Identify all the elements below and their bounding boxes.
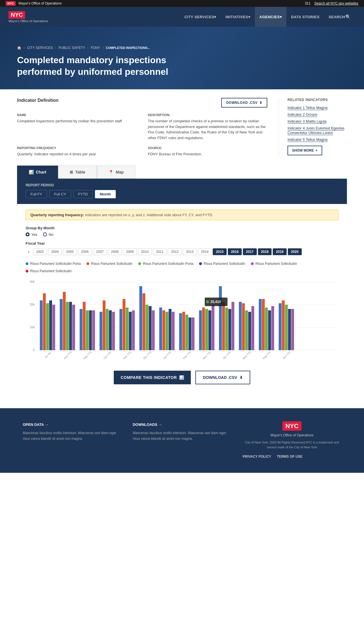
nav-link-data-stories-label: DATA STORIES xyxy=(291,15,319,19)
footer-downloads-label: DOWNLOADS → xyxy=(133,422,162,427)
svg-text:Jul YB: Jul YB xyxy=(44,352,51,359)
fy-2013[interactable]: 2013 xyxy=(183,248,197,255)
svg-rect-39 xyxy=(142,293,145,350)
download-csv-chart-button[interactable]: DOWNLOAD .CSV ⬇ xyxy=(195,371,250,384)
hero: 🏠 › CITY SERVICES › PUBLIC SAFETY › FDNY… xyxy=(0,27,364,89)
svg-rect-56 xyxy=(199,310,202,350)
svg-rect-74 xyxy=(259,299,262,350)
svg-rect-14 xyxy=(60,299,63,350)
tab-table[interactable]: ⊞ Table xyxy=(58,166,97,179)
svg-text:Apr YTD: Apr YTD xyxy=(222,350,231,360)
fy-2010[interactable]: 2010 xyxy=(138,248,152,255)
fy-years: 2003 2004 2005 2006 2007 2008 2009 2010 … xyxy=(33,248,302,255)
topbar-search-all[interactable]: Search all NYC.gov websites xyxy=(314,1,358,5)
fy-2008[interactable]: 2008 xyxy=(108,248,122,255)
fy-2020[interactable]: 2020 xyxy=(288,248,302,255)
nav-link-city-services[interactable]: CITY SERVICES ▾ xyxy=(180,7,221,27)
related-indicators: RELATED INDICATORS Indicator 1 Tellus Ma… xyxy=(279,98,347,157)
breadcrumb-city-services[interactable]: CITY SERVICES xyxy=(27,46,53,50)
svg-rect-70 xyxy=(245,310,248,350)
fy-2015[interactable]: 2015 xyxy=(213,248,227,255)
breadcrumb-public-safety[interactable]: PUBLIC SAFETY xyxy=(59,46,85,50)
legend-dot-2 xyxy=(86,262,89,265)
notice-text: indicators are reported on x, y, and z. … xyxy=(85,213,213,217)
period-btn-month[interactable]: Month xyxy=(95,190,116,198)
download-csv-header-button[interactable]: DOWNLOAD .CSV ⬇ xyxy=(221,98,267,108)
tab-map[interactable]: 📍 Map xyxy=(97,166,135,179)
show-more-button[interactable]: SHOW MORE + xyxy=(288,146,322,155)
fy-2006[interactable]: 2006 xyxy=(78,248,92,255)
topbar-hotline: 311 xyxy=(305,1,311,5)
nav-link-search[interactable]: SEARCH 🔍 xyxy=(324,7,355,27)
related-link-4[interactable]: Indicator 4 Justo Euismod Egestas Consec… xyxy=(288,126,344,135)
svg-rect-71 xyxy=(248,312,251,350)
fy-2011[interactable]: 2011 xyxy=(153,248,167,255)
breadcrumb-fdny[interactable]: FDNY xyxy=(91,46,100,50)
related-link-1[interactable]: Indicator 1 Tellus Magna xyxy=(288,106,328,110)
footer-privacy-link[interactable]: PRIVACY POLICY xyxy=(243,455,271,459)
radio-yes[interactable]: Yes xyxy=(26,232,37,237)
footer-terms-link[interactable]: TERMS OF USE xyxy=(277,455,303,459)
period-btn-full-cy[interactable]: Full CY xyxy=(49,190,71,198)
svg-rect-46 xyxy=(166,312,168,350)
svg-rect-48 xyxy=(172,312,175,350)
breadcrumb-current: COMPLETED INSPECTIONS... xyxy=(106,46,150,49)
field-source: SOURCE: FDNY Bureau of Fire Prevention. xyxy=(148,146,267,157)
fy-2014[interactable]: 2014 xyxy=(198,248,212,255)
breadcrumb-home-icon[interactable]: 🏠 xyxy=(17,46,21,50)
fy-prev-arrow[interactable]: ‹ xyxy=(26,248,32,256)
fy-2004[interactable]: 2004 xyxy=(48,248,62,255)
tab-chart[interactable]: 📊 Chart xyxy=(17,166,58,179)
fy-2009[interactable]: 2009 xyxy=(123,248,137,255)
nav-search-icon: 🔍 xyxy=(345,14,351,20)
related-item-1: Indicator 1 Tellus Magna xyxy=(288,105,347,110)
footer-open-data-title[interactable]: OPEN DATA → xyxy=(23,422,121,427)
nav-link-data-stories[interactable]: DATA STORIES xyxy=(286,7,324,27)
indicator-section: Indicator Definition DOWNLOAD .CSV ⬇ NAM… xyxy=(17,98,347,157)
top-bar: NYC Mayor's Office of Operations 311 Sea… xyxy=(0,0,364,7)
legend-item-6: Risus Parturient Sollicitudin xyxy=(26,269,72,273)
period-btn-full-fy[interactable]: Full FY xyxy=(26,190,47,198)
compare-indicator-button[interactable]: COMPARE THIS INDICATOR 📊 xyxy=(114,371,191,384)
fy-2019[interactable]: 2019 xyxy=(273,248,287,255)
related-link-5[interactable]: Indicator 5 Tellus Magna xyxy=(288,137,328,142)
chart-panel: Report Period Full FY Full CY FYTD Month xyxy=(17,179,347,204)
tab-chart-label: Chart xyxy=(36,170,46,174)
related-title: RELATED INDICATORS xyxy=(288,98,347,102)
field-description: DESCRIPTION: The number of completed che… xyxy=(148,113,267,141)
footer-downloads-title[interactable]: DOWNLOADS → xyxy=(133,422,231,427)
radio-no[interactable]: No xyxy=(43,232,53,237)
related-item-5: Indicator 5 Tellus Magna xyxy=(288,137,347,142)
footer-logo-section: NYC Mayor's Office of Operations City of… xyxy=(243,422,341,459)
fy-2018[interactable]: 2018 xyxy=(258,248,272,255)
breadcrumb-sep-1: › xyxy=(24,46,25,50)
field-desc-value: The number of completed checks of a prem… xyxy=(148,118,267,141)
related-link-3[interactable]: Indicator 3 Mattis Ligula xyxy=(288,119,326,124)
svg-rect-69 xyxy=(242,303,245,350)
svg-rect-10 xyxy=(46,303,49,350)
nav-link-agencies-arrow: ▾ xyxy=(280,15,282,19)
svg-rect-42 xyxy=(152,310,155,350)
download-csv-header-label: DOWNLOAD .CSV xyxy=(226,101,258,105)
svg-rect-54 xyxy=(192,317,195,350)
related-item-2: Indicator 2 Ornare xyxy=(288,112,347,117)
legend-dot-3 xyxy=(138,262,141,265)
svg-rect-66 xyxy=(231,302,234,350)
fy-2017[interactable]: 2017 xyxy=(243,248,257,255)
fy-2005[interactable]: 2005 xyxy=(63,248,77,255)
nav-link-initiatives[interactable]: INITIATIVES ▾ xyxy=(221,7,255,27)
nav-logo: NYC Mayor's Office of Operations xyxy=(9,11,48,23)
fy-2012[interactable]: 2012 xyxy=(168,248,182,255)
fy-2016[interactable]: 2016 xyxy=(228,248,242,255)
svg-text:Jun YTD: Jun YTD xyxy=(282,350,291,360)
svg-rect-24 xyxy=(92,310,95,350)
fy-2007[interactable]: 2007 xyxy=(93,248,107,255)
section-header: Indicator Definition DOWNLOAD .CSV ⬇ xyxy=(17,98,267,108)
period-btn-fytd[interactable]: FYTD xyxy=(73,190,93,198)
related-link-2[interactable]: Indicator 2 Ornare xyxy=(288,112,317,117)
fy-2003[interactable]: 2003 xyxy=(33,248,47,255)
nav-link-agencies[interactable]: AGENCIES ▾ xyxy=(255,7,286,27)
svg-rect-35 xyxy=(129,312,132,350)
svg-rect-50 xyxy=(179,313,182,350)
nav-link-initiatives-arrow: ▾ xyxy=(248,15,251,19)
